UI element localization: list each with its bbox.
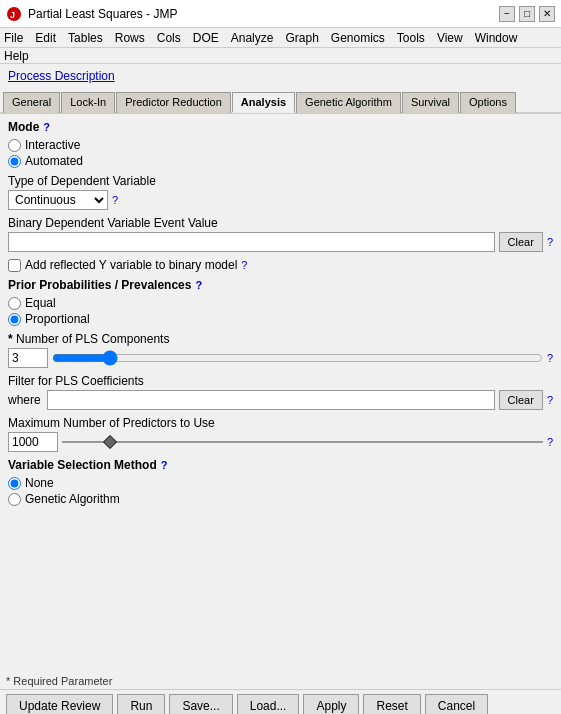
- filter-input[interactable]: [47, 390, 495, 410]
- num-components-input[interactable]: [8, 348, 48, 368]
- max-predictors-slider-container: [62, 434, 543, 450]
- dependent-var-label: Type of Dependent Variable: [8, 174, 553, 188]
- num-components-help[interactable]: ?: [547, 352, 553, 364]
- menu-file[interactable]: File: [4, 31, 23, 45]
- prior-equal-label: Equal: [25, 296, 56, 310]
- mode-help[interactable]: ?: [43, 121, 50, 133]
- minimize-button[interactable]: −: [499, 6, 515, 22]
- run-button[interactable]: Run: [117, 694, 165, 714]
- prior-equal-row: Equal: [8, 296, 553, 310]
- prior-equal-radio[interactable]: [8, 297, 21, 310]
- menu-tools[interactable]: Tools: [397, 31, 425, 45]
- add-reflected-label: Add reflected Y variable to binary model: [25, 258, 237, 272]
- filter-where-label: where: [8, 393, 41, 407]
- num-components-slider[interactable]: [52, 350, 543, 366]
- prior-proportional-label: Proportional: [25, 312, 90, 326]
- prior-prob-label: Prior Probabilities / Prevalences: [8, 278, 191, 292]
- dependent-var-dropdown[interactable]: Continuous Nominal Ordinal: [8, 190, 108, 210]
- variable-selection-help[interactable]: ?: [161, 459, 168, 471]
- tab-general[interactable]: General: [3, 92, 60, 113]
- menu-help[interactable]: Help: [4, 49, 29, 63]
- menu-cols[interactable]: Cols: [157, 31, 181, 45]
- variable-genetic-radio[interactable]: [8, 493, 21, 506]
- apply-button[interactable]: Apply: [303, 694, 359, 714]
- save-button[interactable]: Save...: [169, 694, 232, 714]
- tab-options[interactable]: Options: [460, 92, 516, 113]
- mode-radio-group: Interactive Automated: [8, 138, 553, 168]
- window-controls: − □ ✕: [499, 6, 555, 22]
- title-bar-left: J Partial Least Squares - JMP: [6, 6, 177, 22]
- mode-label: Mode: [8, 120, 39, 134]
- max-predictors-input[interactable]: [8, 432, 58, 452]
- bottom-buttons: Update Review Run Save... Load... Apply …: [0, 689, 561, 714]
- reset-button[interactable]: Reset: [363, 694, 420, 714]
- dependent-var-row: Continuous Nominal Ordinal ?: [8, 190, 553, 210]
- prior-prob-section: Prior Probabilities / Prevalences ?: [8, 278, 553, 292]
- mode-interactive-label: Interactive: [25, 138, 80, 152]
- binary-event-label: Binary Dependent Variable Event Value: [8, 216, 553, 230]
- prior-prob-help[interactable]: ?: [195, 279, 202, 291]
- load-button[interactable]: Load...: [237, 694, 300, 714]
- prior-proportional-radio[interactable]: [8, 313, 21, 326]
- max-predictors-label: Maximum Number of Predictors to Use: [8, 416, 553, 430]
- tab-survival[interactable]: Survival: [402, 92, 459, 113]
- tab-lock-in[interactable]: Lock-In: [61, 92, 115, 113]
- variable-selection-label: Variable Selection Method: [8, 458, 157, 472]
- menu-rows[interactable]: Rows: [115, 31, 145, 45]
- menu-genomics[interactable]: Genomics: [331, 31, 385, 45]
- tab-genetic-algorithm[interactable]: Genetic Algorithm: [296, 92, 401, 113]
- menu-window[interactable]: Window: [475, 31, 518, 45]
- add-reflected-help[interactable]: ?: [241, 259, 247, 271]
- variable-none-row: None: [8, 476, 553, 490]
- svg-text:J: J: [10, 10, 15, 20]
- menu-edit[interactable]: Edit: [35, 31, 56, 45]
- binary-event-input[interactable]: [8, 232, 495, 252]
- tabs-container: General Lock-In Predictor Reduction Anal…: [0, 88, 561, 114]
- add-reflected-checkbox[interactable]: [8, 259, 21, 272]
- num-components-row: ?: [8, 348, 553, 368]
- tab-predictor-reduction[interactable]: Predictor Reduction: [116, 92, 231, 113]
- num-components-label: * Number of PLS Components: [8, 332, 553, 346]
- scroll-area: Mode ? Interactive Automated Type of Dep…: [0, 114, 561, 671]
- update-review-button[interactable]: Update Review: [6, 694, 113, 714]
- menu-bar: File Edit Tables Rows Cols DOE Analyze G…: [0, 28, 561, 48]
- maximize-button[interactable]: □: [519, 6, 535, 22]
- jmp-icon: J: [6, 6, 22, 22]
- binary-event-clear-button[interactable]: Clear: [499, 232, 543, 252]
- add-reflected-row: Add reflected Y variable to binary model…: [8, 258, 553, 272]
- filter-help[interactable]: ?: [547, 394, 553, 406]
- dependent-var-help[interactable]: ?: [112, 194, 118, 206]
- max-predictors-help[interactable]: ?: [547, 436, 553, 448]
- mode-automated-row: Automated: [8, 154, 553, 168]
- mode-section-label: Mode ?: [8, 120, 553, 134]
- help-bar: Help: [0, 48, 561, 64]
- filter-label: Filter for PLS Coefficients: [8, 374, 553, 388]
- window-title: Partial Least Squares - JMP: [28, 7, 177, 21]
- binary-event-row: Clear ?: [8, 232, 553, 252]
- title-bar: J Partial Least Squares - JMP − □ ✕: [0, 0, 561, 28]
- filter-clear-button[interactable]: Clear: [499, 390, 543, 410]
- menu-view[interactable]: View: [437, 31, 463, 45]
- prior-prob-group: Equal Proportional: [8, 296, 553, 326]
- prior-proportional-row: Proportional: [8, 312, 553, 326]
- max-predictors-row: ?: [8, 432, 553, 452]
- mode-automated-label: Automated: [25, 154, 83, 168]
- process-description-link[interactable]: Process Description: [4, 66, 557, 86]
- variable-genetic-row: Genetic Algorithm: [8, 492, 553, 506]
- cancel-button[interactable]: Cancel: [425, 694, 488, 714]
- filter-row: where Clear ?: [8, 390, 553, 410]
- close-button[interactable]: ✕: [539, 6, 555, 22]
- variable-selection-section: Variable Selection Method ?: [8, 458, 553, 472]
- tab-analysis[interactable]: Analysis: [232, 92, 295, 113]
- menu-doe[interactable]: DOE: [193, 31, 219, 45]
- main-content: Mode ? Interactive Automated Type of Dep…: [0, 114, 561, 714]
- required-note: * Required Parameter: [0, 671, 561, 689]
- menu-graph[interactable]: Graph: [285, 31, 318, 45]
- binary-event-help[interactable]: ?: [547, 236, 553, 248]
- mode-interactive-radio[interactable]: [8, 139, 21, 152]
- variable-none-radio[interactable]: [8, 477, 21, 490]
- menu-analyze[interactable]: Analyze: [231, 31, 274, 45]
- mode-automated-radio[interactable]: [8, 155, 21, 168]
- menu-tables[interactable]: Tables: [68, 31, 103, 45]
- variable-selection-group: None Genetic Algorithm: [8, 476, 553, 506]
